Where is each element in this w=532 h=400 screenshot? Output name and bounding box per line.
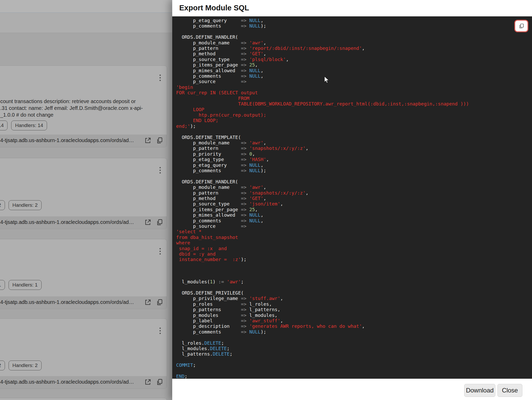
code-line: p_mimes_allowed => NULL, [176, 68, 532, 73]
copy-code-button[interactable] [515, 21, 528, 31]
kebab-menu-icon[interactable] [157, 328, 163, 336]
badge-row: Templates: 2 Handlers: 2 [0, 200, 42, 210]
sub-header-band [0, 13, 172, 33]
code-line: p_source => [176, 79, 532, 84]
code-line: 'select * [176, 229, 532, 234]
sql-code-viewer[interactable]: p_etag_query => NULL, p_comments => NULL… [172, 16, 532, 379]
kebab-menu-icon[interactable] [157, 75, 163, 83]
code-line: LOOP [176, 107, 532, 112]
code-line: p_description => 'generates AWR reports,… [176, 323, 532, 329]
module-url[interactable]: 4-tjsatp.adb.us-ashburn-1.oraclecloudapp… [0, 137, 134, 143]
code-line: p_pattern => 'snapshots/:x/:y/:z', [176, 190, 532, 196]
code-line [176, 173, 532, 179]
external-link-icon[interactable] [144, 378, 151, 385]
code-line [176, 357, 532, 362]
kebab-menu-icon[interactable] [157, 167, 163, 176]
code-line: l_modules(1) := 'awr'; [176, 279, 532, 284]
code-line: p_source_type => 'plsql/block', [176, 57, 532, 62]
code-line: dbid = :y and [176, 251, 532, 257]
code-line [176, 335, 532, 340]
module-card-partial[interactable] [0, 398, 167, 400]
copy-icon[interactable] [156, 299, 163, 306]
code-line: p_priority => 0, [176, 151, 532, 157]
code-line: p_etag_query => NULL, [176, 18, 532, 23]
code-line: end;'); [176, 123, 532, 129]
module-list-panel: Filter by 9 1 Sort by count transactions… [0, 0, 172, 400]
code-line: ORDS.DEFINE_TEMPLATE( [176, 135, 532, 140]
module-url-bar: 4-tjsatp.adb.us-ashburn-1.oraclecloudapp… [0, 376, 167, 389]
module-url[interactable]: 4-tjsatp.adb.us-ashburn-1.oraclecloudapp… [0, 219, 134, 225]
code-line: p_module_name => 'awr', [176, 40, 532, 45]
code-line: ORDS.DEFINE_HANDLER( [176, 34, 532, 40]
templates-badge: Templates: 2 [0, 200, 5, 210]
code-line: FOR cur_rep IN (SELECT output [176, 90, 532, 95]
code-line: ORDS.DEFINE_PRIVILEGE( [176, 290, 532, 296]
badge-row: Templates: 1 Handlers: 1 [0, 280, 42, 290]
code-line: l_patterns.DELETE; [176, 351, 532, 357]
code-line [176, 368, 532, 374]
code-line: p_roles => l_roles, [176, 301, 532, 307]
sql-code: p_etag_query => NULL, p_comments => NULL… [172, 16, 532, 379]
code-line: instance_number = :z'); [176, 257, 532, 262]
code-line: p_etag_type => 'HASH', [176, 157, 532, 162]
code-line: l_modules.DELETE; [176, 346, 532, 351]
badge-row: Templates: 14 Handlers: 14 [0, 121, 47, 130]
module-card[interactable]: Templates: 2 Handlers: 2 4-tjsatp.adb.us… [0, 158, 167, 229]
templates-badge: Templates: 14 [0, 121, 8, 130]
copy-icon[interactable] [156, 137, 163, 144]
code-line: p_label => 'awr_stuff', [176, 318, 532, 323]
code-line: p_comments => NULL, [176, 218, 532, 223]
code-line: p_method => 'GET', [176, 196, 532, 201]
code-line: 'begin [176, 84, 532, 90]
module-url-bar: 4-tjsatp.adb.us-ashburn-1.oraclecloudapp… [0, 216, 167, 229]
module-url[interactable]: 4-tjsatp.adb.us-ashburn-1.oraclecloudapp… [0, 379, 134, 385]
code-line: l_roles.DELETE; [176, 340, 532, 346]
code-line: p_comments => NULL); [176, 329, 532, 335]
code-line: p_comments => NULL); [176, 23, 532, 29]
code-line [176, 268, 532, 273]
top-header-band [0, 0, 172, 13]
code-line [176, 129, 532, 134]
kebab-menu-icon[interactable] [157, 248, 163, 257]
module-card[interactable]: Templates: 1 Handlers: 1 4-tjsatp.adb.us… [0, 239, 167, 309]
copy-icon [518, 23, 524, 29]
code-line [176, 262, 532, 268]
copy-icon[interactable] [156, 219, 163, 226]
code-line: p_mimes_allowed => NULL, [176, 212, 532, 218]
code-line: p_source => [176, 223, 532, 229]
code-line [176, 285, 532, 290]
export-module-sql-dialog: Export Module SQL p_etag_query => NULL, … [172, 0, 532, 400]
code-line [176, 274, 532, 279]
close-button[interactable]: Close [497, 384, 522, 397]
handlers-badge: Handlers: 1 [9, 280, 42, 290]
code-line: where [176, 240, 532, 245]
code-line: p_comments => NULL); [176, 168, 532, 173]
code-line: p_etag_query => NULL, [176, 162, 532, 168]
external-link-icon[interactable] [144, 299, 151, 306]
code-line: p_module_name => 'awr', [176, 184, 532, 190]
code-line: p_module_name => 'awr', [176, 140, 532, 145]
code-line: COMMIT; [176, 362, 532, 368]
code-line: p_items_per_page => 25, [176, 62, 532, 68]
module-card[interactable]: count transactions description: retrieve… [0, 65, 167, 147]
module-description: count transactions description: retrieve… [0, 98, 159, 118]
download-button[interactable]: Download [464, 384, 495, 397]
module-card[interactable]: Templates: 2 Handlers: 2 4-tjsatp.adb.us… [0, 318, 167, 389]
code-line: p_comments => NULL, [176, 73, 532, 79]
code-line: htp.prn(cur_rep.output); [176, 112, 532, 118]
templates-badge: Templates: 2 [0, 361, 5, 370]
handlers-badge: Handlers: 2 [9, 200, 42, 210]
code-line: p_modules => l_modules, [176, 312, 532, 318]
code-line: TABLE(DBMS_WORKLOAD_REPOSITORY.awr_repor… [176, 101, 532, 106]
module-url-bar: 4-tjsatp.adb.us-ashburn-1.oraclecloudapp… [0, 135, 167, 147]
copy-icon[interactable] [156, 378, 163, 385]
module-url-bar: 4-tjsatp.adb.us-ashburn-1.oraclecloudapp… [0, 296, 167, 309]
badge-row: Templates: 2 Handlers: 2 [0, 361, 42, 370]
code-line: p_source_type => 'json/item', [176, 201, 532, 206]
code-line: END; [176, 374, 532, 379]
code-line: END LOOP; [176, 118, 532, 123]
list-toolbar: Filter by 9 1 Sort by [0, 33, 172, 52]
external-link-icon[interactable] [144, 137, 151, 144]
module-url[interactable]: 4-tjsatp.adb.us-ashburn-1.oraclecloudapp… [0, 299, 134, 305]
external-link-icon[interactable] [144, 219, 151, 226]
